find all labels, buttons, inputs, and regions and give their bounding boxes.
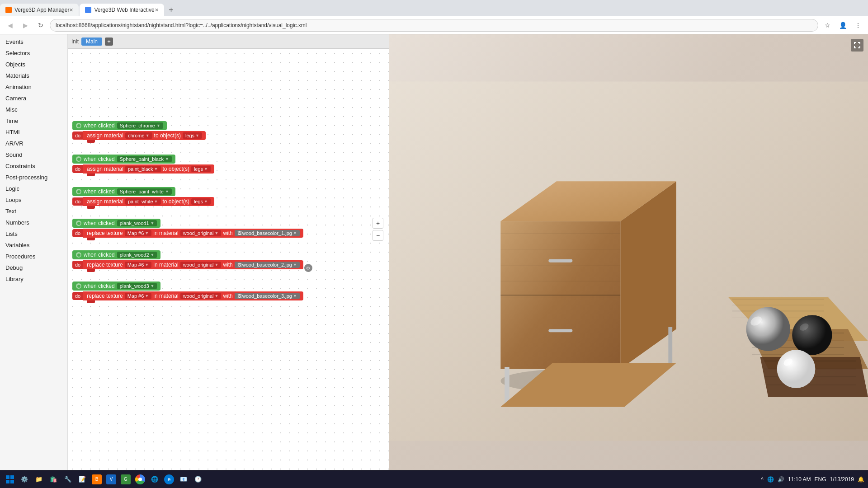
sidebar-item-animation[interactable]: Animation xyxy=(0,81,67,93)
sidebar-item-constraints[interactable]: Constraints xyxy=(0,160,67,172)
sidebar-item-misc[interactable]: Misc xyxy=(0,104,67,115)
tab-web-interactive[interactable]: Verge3D Web Interactive ✕ xyxy=(80,4,164,16)
texture-chip-5[interactable]: 🖼 wood_basecolor_2.jpg ▼ xyxy=(235,262,300,268)
sidebar-item-sound[interactable]: Sound xyxy=(0,149,67,160)
material-chip-5[interactable]: wood_original ▼ xyxy=(180,262,222,268)
texture-chip-4[interactable]: 🖼 wood_basecolor_1.jpg ▼ xyxy=(235,230,300,236)
sidebar-item-lists[interactable]: Lists xyxy=(0,228,67,239)
action-block-4[interactable]: replace texture Map #6 ▼ in material woo… xyxy=(83,229,303,238)
block-settings-5[interactable]: ⚙ xyxy=(304,264,312,272)
tab-app-manager[interactable]: Verge3D App Manager ✕ xyxy=(0,4,79,16)
sidebar-item-selectors[interactable]: Selectors xyxy=(0,47,67,59)
expand-button[interactable] xyxy=(851,39,863,52)
taskbar-mail-icon[interactable]: 📧 xyxy=(177,473,190,486)
taskbar-windows-button[interactable] xyxy=(4,473,16,486)
action-block-2[interactable]: assign material paint_black ▼ to object(… xyxy=(83,164,214,174)
refresh-button[interactable]: ↻ xyxy=(34,19,47,32)
menu-button[interactable]: ⋮ xyxy=(852,19,864,32)
object-chip-2[interactable]: legs ▼ xyxy=(191,166,211,172)
trigger-chip-5[interactable]: plank_wood2 ▼ xyxy=(117,252,157,258)
sidebar-item-events[interactable]: Events xyxy=(0,36,67,47)
object-chip-1[interactable]: legs ▼ xyxy=(183,132,202,139)
taskbar-app4-icon[interactable]: G xyxy=(119,473,132,486)
action-block-3[interactable]: assign material paint_white ▼ to object(… xyxy=(83,197,214,206)
sidebar-item-camera[interactable]: Camera xyxy=(0,93,67,104)
material-chip-2[interactable]: paint_black ▼ xyxy=(125,166,161,172)
taskbar-blender-icon[interactable]: B xyxy=(90,473,103,486)
sidebar-item-materials[interactable]: Materials xyxy=(0,70,67,81)
trigger-chip-2[interactable]: Sphere_paint_black ▼ xyxy=(117,156,172,162)
sidebar-item-objects[interactable]: Objects xyxy=(0,59,67,70)
sidebar-item-arvr[interactable]: AR/VR xyxy=(0,138,67,149)
taskbar-chrome-icon[interactable] xyxy=(134,473,146,486)
tab-close-1[interactable]: ✕ xyxy=(69,7,73,13)
trigger-dot-3 xyxy=(76,189,81,194)
action-block-5[interactable]: replace texture Map #6 ▼ in material woo… xyxy=(83,260,303,269)
account-button[interactable]: 👤 xyxy=(836,19,849,32)
tab-close-2[interactable]: ✕ xyxy=(155,7,159,13)
replace-label-6: replace texture xyxy=(87,293,123,299)
taskbar-app1-icon[interactable]: 🔧 xyxy=(61,473,74,486)
address-bar[interactable]: localhost:8668/applications/nightstand/n… xyxy=(50,19,818,32)
svg-rect-10 xyxy=(548,329,572,332)
sidebar-item-debug[interactable]: Debug xyxy=(0,262,67,273)
object-chip-3[interactable]: legs ▼ xyxy=(191,198,211,205)
sidebar-item-variables[interactable]: Variables xyxy=(0,239,67,251)
sidebar-item-procedures[interactable]: Procedures xyxy=(0,251,67,262)
new-tab-button[interactable]: + xyxy=(165,4,178,16)
bookmark-button[interactable]: ☆ xyxy=(821,19,834,32)
texture-chip-6[interactable]: 🖼 wood_basecolor_3.jpg ▼ xyxy=(235,293,300,299)
material-chip-1[interactable]: chrome ▼ xyxy=(125,132,152,139)
material-chip-6[interactable]: wood_original ▼ xyxy=(180,293,222,299)
taskbar-edge-icon[interactable]: e xyxy=(163,473,175,486)
map-chip-5[interactable]: Map #6 ▼ xyxy=(125,262,152,268)
sidebar-item-numbers[interactable]: Numbers xyxy=(0,217,67,228)
map-chip-6[interactable]: Map #6 ▼ xyxy=(125,293,152,299)
action-block-6[interactable]: replace texture Map #6 ▼ in material woo… xyxy=(83,291,303,300)
sidebar-item-loops[interactable]: Loops xyxy=(0,194,67,206)
trigger-block-6[interactable]: when clicked plank_wood3 ▼ xyxy=(72,282,160,291)
taskbar-clock-icon[interactable]: 🕐 xyxy=(192,473,204,486)
trigger-chip-1[interactable]: Sphere_chrome ▼ xyxy=(117,122,163,129)
sidebar: Events Selectors Objects Materials Anima… xyxy=(0,34,68,488)
notification-icon[interactable]: 🔔 xyxy=(858,476,864,483)
taskbar-app3-icon[interactable]: V xyxy=(105,473,118,486)
sidebar-item-logic[interactable]: Logic xyxy=(0,183,67,194)
trigger-label-5: when clicked xyxy=(84,252,115,258)
taskbar-store-icon[interactable]: 🛍️ xyxy=(47,473,60,486)
trigger-block-1[interactable]: when clicked Sphere_chrome ▼ xyxy=(72,121,167,130)
chip-x-3[interactable]: ▼ xyxy=(165,189,169,194)
sidebar-item-time[interactable]: Time xyxy=(0,115,67,127)
trigger-block-2[interactable]: when clicked Sphere_paint_black ▼ xyxy=(72,155,175,164)
trigger-block-3[interactable]: when clicked Sphere_paint_white ▼ xyxy=(72,187,175,196)
trigger-chip-4[interactable]: plank_wood1 ▼ xyxy=(117,220,157,226)
do-row-4: do replace texture Map #6 ▼ in material … xyxy=(72,229,303,238)
trigger-block-4[interactable]: when clicked plank_wood1 ▼ xyxy=(72,219,160,228)
sidebar-item-text[interactable]: Text xyxy=(0,206,67,217)
trigger-chip-6[interactable]: plank_wood3 ▼ xyxy=(117,283,157,289)
back-button[interactable]: ◀ xyxy=(4,19,16,32)
taskbar-ie-icon[interactable]: 🌐 xyxy=(148,473,161,486)
sidebar-item-postprocessing[interactable]: Post-processing xyxy=(0,172,67,183)
map-chip-4[interactable]: Map #6 ▼ xyxy=(125,230,152,236)
chip-x-1[interactable]: ▼ xyxy=(156,123,160,128)
forward-button[interactable]: ▶ xyxy=(19,19,32,32)
add-tab-button[interactable]: + xyxy=(105,38,113,46)
zoom-out-button[interactable]: − xyxy=(373,230,383,241)
zoom-in-button[interactable]: + xyxy=(373,218,383,229)
taskbar-app2-icon[interactable]: 📝 xyxy=(76,473,89,486)
logic-canvas[interactable]: when clicked Sphere_chrome ▼ do assign m… xyxy=(68,49,389,472)
action-block-1[interactable]: assign material chrome ▼ to object(s) le… xyxy=(83,131,206,140)
trigger-block-5[interactable]: when clicked plank_wood2 ▼ xyxy=(72,250,160,259)
trigger-chip-3[interactable]: Sphere_paint_white ▼ xyxy=(117,188,172,195)
taskbar-settings-icon[interactable]: ⚙️ xyxy=(18,473,31,486)
taskbar-hidden-icons[interactable]: ^ xyxy=(761,476,764,483)
sidebar-item-library[interactable]: Library xyxy=(0,273,67,285)
material-chip-4[interactable]: wood_original ▼ xyxy=(180,230,222,236)
chip-x-2[interactable]: ▼ xyxy=(165,157,169,161)
main-tab[interactable]: Main xyxy=(81,38,102,46)
taskbar-explorer-icon[interactable]: 📁 xyxy=(33,473,45,486)
sidebar-item-html[interactable]: HTML xyxy=(0,127,67,138)
3d-viewport[interactable] xyxy=(389,34,868,488)
material-chip-3[interactable]: paint_white ▼ xyxy=(125,198,161,205)
